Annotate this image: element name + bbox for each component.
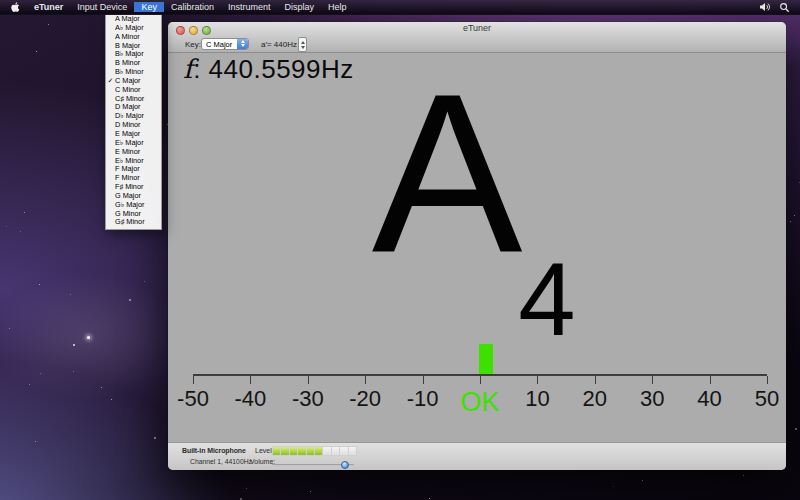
star-dot	[613, 486, 614, 487]
star-dot	[246, 488, 247, 489]
level-segment	[349, 447, 356, 455]
pitch-stepper[interactable]	[298, 37, 307, 52]
level-segment	[290, 447, 297, 455]
bright-star	[87, 336, 90, 339]
scale-tick-label: -20	[349, 386, 381, 412]
key-dropdown-menu: A MajorA♭ MajorA MinorB MajorB♭ MajorB M…	[105, 14, 162, 230]
zoom-button[interactable]	[202, 26, 211, 35]
scale-tick-label: -40	[234, 386, 266, 412]
level-segment	[332, 447, 339, 455]
star-dot	[154, 437, 156, 439]
menu-key[interactable]: Key	[134, 2, 164, 12]
level-segment	[298, 447, 305, 455]
menu-input-device[interactable]: Input Device	[70, 2, 134, 12]
star-dot	[429, 498, 430, 499]
star-dot	[743, 475, 744, 476]
star-dot	[790, 221, 791, 222]
star-dot	[48, 24, 49, 25]
key-popup-label: Key:	[185, 40, 201, 49]
star-dot	[101, 387, 102, 388]
apple-icon	[10, 1, 20, 13]
frequency-symbol: f	[183, 54, 193, 84]
level-segment	[307, 447, 314, 455]
star-dot	[73, 371, 74, 372]
tuning-indicator-bar	[479, 344, 493, 374]
window-header[interactable]: eTuner Key: C Major a′= 440Hz	[168, 22, 786, 53]
star-dot	[144, 281, 145, 282]
minimize-button[interactable]	[189, 26, 198, 35]
note-octave: 4	[518, 248, 575, 351]
star-dot	[24, 212, 25, 213]
scale-tick	[767, 376, 768, 384]
cents-scale: -50-40-30-20-10OK1020304050	[193, 374, 767, 414]
menu-help[interactable]: Help	[321, 2, 354, 12]
star-dot	[6, 226, 7, 227]
menu-etuner[interactable]: eTuner	[27, 2, 70, 12]
scale-tick	[250, 376, 251, 384]
scale-tick-label: 40	[697, 386, 721, 412]
note-letter: A	[372, 61, 523, 287]
menu-display[interactable]: Display	[277, 2, 321, 12]
traffic-lights	[176, 26, 211, 35]
level-label: Level:	[255, 447, 274, 454]
star-dot	[794, 215, 795, 216]
toolbar: Key: C Major a′= 440Hz	[168, 36, 786, 52]
menu-bar-items: eTunerInput DeviceKeyCalibrationInstrume…	[27, 0, 353, 14]
tuner-display: f: 440.5599Hz A 4 -50-40-30-20-10OK10203…	[168, 53, 786, 443]
status-bar: Built-in Microphone Level: Channel 1, 44…	[168, 442, 786, 470]
star-dot	[20, 231, 21, 232]
level-segment	[323, 447, 330, 455]
scale-tick	[595, 376, 596, 384]
key-popup-value: C Major	[206, 40, 232, 49]
star-dot	[73, 344, 75, 346]
volume-knob[interactable]	[341, 461, 349, 469]
scale-tick	[652, 376, 653, 384]
star-dot	[29, 384, 30, 385]
menu-calibration[interactable]: Calibration	[164, 2, 221, 12]
star-dot	[35, 441, 36, 442]
scale-tick	[193, 376, 194, 384]
input-level-meter	[272, 446, 357, 456]
spotlight-icon[interactable]	[779, 2, 790, 13]
key-menu-item-gsharp-minor[interactable]: G♯ Minor	[106, 218, 161, 227]
apple-menu[interactable]	[0, 1, 27, 13]
star-dot	[70, 294, 71, 295]
channel-info: Channel 1, 44100Hz	[190, 458, 252, 465]
volume-slider[interactable]	[272, 461, 354, 469]
key-popup-button[interactable]: C Major	[201, 38, 249, 50]
level-segment	[273, 447, 280, 455]
reference-pitch-label: a′= 440Hz	[261, 40, 297, 49]
menu-bar: eTunerInput DeviceKeyCalibrationInstrume…	[0, 0, 800, 15]
scale-tick	[308, 376, 309, 384]
input-device-name: Built-in Microphone	[182, 447, 246, 454]
star-dot	[36, 51, 37, 52]
scale-tick-label: 10	[525, 386, 549, 412]
scale-tick	[423, 376, 424, 384]
scale-tick	[480, 376, 481, 384]
star-dot	[642, 480, 643, 481]
scale-tick	[537, 376, 538, 384]
scale-tick-label: -30	[292, 386, 324, 412]
star-dot	[795, 428, 797, 430]
level-segment	[340, 447, 347, 455]
star-dot	[39, 284, 40, 285]
close-button[interactable]	[176, 26, 185, 35]
star-dot	[111, 399, 112, 400]
in-tune-ok-label: OK	[460, 387, 499, 418]
etuner-window: eTuner Key: C Major a′= 440Hz f: 440.559…	[168, 22, 786, 470]
volume-icon[interactable]	[759, 2, 771, 12]
menu-instrument[interactable]: Instrument	[221, 2, 278, 12]
window-title: eTuner	[168, 22, 786, 35]
scale-tick-label: -50	[177, 386, 209, 412]
level-segment	[281, 447, 288, 455]
star-dot	[310, 491, 311, 492]
star-dot	[9, 328, 10, 329]
frequency-readout: f: 440.5599Hz	[183, 54, 354, 85]
scale-tick-label: 20	[583, 386, 607, 412]
frequency-value: : 440.5599Hz	[193, 54, 354, 84]
scale-tick-label: -10	[407, 386, 439, 412]
scale-tick	[710, 376, 711, 384]
level-segment	[315, 447, 322, 455]
scale-tick-label: 50	[755, 386, 779, 412]
star-dot	[129, 299, 131, 301]
